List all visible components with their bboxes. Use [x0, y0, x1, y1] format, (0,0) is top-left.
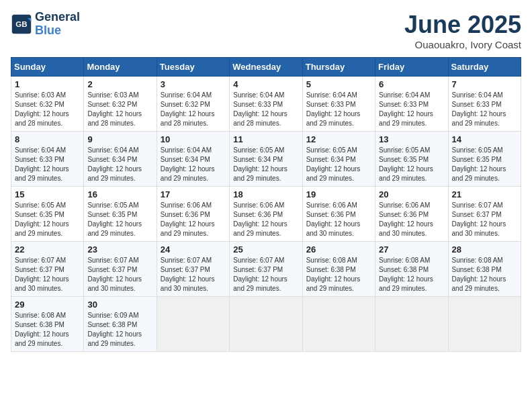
svg-text:GB: GB	[15, 19, 27, 28]
day-number: 4	[233, 79, 298, 89]
day-info: Sunrise: 6:08 AMSunset: 6:38 PMDaylight:…	[379, 256, 444, 293]
location: Ouaouakro, Ivory Coast	[404, 39, 521, 50]
calendar-week-row: 22Sunrise: 6:07 AMSunset: 6:37 PMDayligh…	[11, 242, 521, 297]
calendar-day-cell: 9Sunrise: 6:04 AMSunset: 6:34 PMDaylight…	[84, 132, 157, 187]
calendar-day-cell: 8Sunrise: 6:04 AMSunset: 6:33 PMDaylight…	[11, 132, 84, 187]
day-number: 16	[87, 189, 152, 199]
calendar-day-cell: 22Sunrise: 6:07 AMSunset: 6:37 PMDayligh…	[11, 242, 84, 297]
calendar-day-cell: 1Sunrise: 6:03 AMSunset: 6:32 PMDaylight…	[11, 77, 84, 132]
calendar-day-cell: 11Sunrise: 6:05 AMSunset: 6:34 PMDayligh…	[230, 132, 302, 187]
logo: GB GeneralBlue	[11, 11, 80, 38]
weekday-header-cell: Saturday	[448, 58, 521, 77]
day-info: Sunrise: 6:04 AMSunset: 6:34 PMDaylight:…	[161, 146, 226, 183]
day-info: Sunrise: 6:05 AMSunset: 6:34 PMDaylight:…	[233, 146, 298, 183]
calendar-header-row: SundayMondayTuesdayWednesdayThursdayFrid…	[11, 58, 521, 77]
calendar-day-cell: 21Sunrise: 6:07 AMSunset: 6:37 PMDayligh…	[448, 187, 521, 242]
day-number: 13	[379, 134, 444, 144]
day-number: 6	[379, 79, 444, 89]
logo-icon: GB	[11, 13, 32, 35]
day-info: Sunrise: 6:04 AMSunset: 6:32 PMDaylight:…	[161, 91, 226, 128]
calendar-week-row: 1Sunrise: 6:03 AMSunset: 6:32 PMDaylight…	[11, 77, 521, 132]
day-info: Sunrise: 6:05 AMSunset: 6:34 PMDaylight:…	[306, 146, 371, 183]
day-info: Sunrise: 6:05 AMSunset: 6:35 PMDaylight:…	[87, 201, 152, 238]
day-number: 26	[306, 244, 371, 255]
calendar-day-cell: 28Sunrise: 6:08 AMSunset: 6:38 PMDayligh…	[448, 242, 521, 297]
day-info: Sunrise: 6:03 AMSunset: 6:32 PMDaylight:…	[87, 91, 152, 128]
calendar-table: SundayMondayTuesdayWednesdayThursdayFrid…	[11, 57, 521, 352]
weekday-header-cell: Tuesday	[157, 58, 229, 77]
weekday-header-cell: Friday	[375, 58, 448, 77]
day-number: 14	[452, 134, 517, 144]
day-number: 8	[15, 134, 80, 144]
calendar-day-cell: 4Sunrise: 6:04 AMSunset: 6:33 PMDaylight…	[230, 77, 302, 132]
day-info: Sunrise: 6:07 AMSunset: 6:37 PMDaylight:…	[15, 256, 80, 293]
calendar-day-cell: 6Sunrise: 6:04 AMSunset: 6:33 PMDaylight…	[375, 77, 448, 132]
day-info: Sunrise: 6:07 AMSunset: 6:37 PMDaylight:…	[87, 256, 152, 293]
day-info: Sunrise: 6:04 AMSunset: 6:33 PMDaylight:…	[306, 91, 371, 128]
calendar-week-row: 15Sunrise: 6:05 AMSunset: 6:35 PMDayligh…	[11, 187, 521, 242]
calendar-day-cell: 3Sunrise: 6:04 AMSunset: 6:32 PMDaylight…	[157, 77, 229, 132]
calendar-day-cell	[302, 297, 375, 352]
day-number: 25	[233, 244, 298, 255]
weekday-header-cell: Wednesday	[230, 58, 302, 77]
day-info: Sunrise: 6:06 AMSunset: 6:36 PMDaylight:…	[379, 201, 444, 238]
calendar-day-cell: 23Sunrise: 6:07 AMSunset: 6:37 PMDayligh…	[84, 242, 157, 297]
calendar-body: 1Sunrise: 6:03 AMSunset: 6:32 PMDaylight…	[11, 77, 521, 352]
day-info: Sunrise: 6:04 AMSunset: 6:33 PMDaylight:…	[233, 91, 298, 128]
calendar-day-cell: 24Sunrise: 6:07 AMSunset: 6:37 PMDayligh…	[157, 242, 229, 297]
calendar-day-cell: 13Sunrise: 6:05 AMSunset: 6:35 PMDayligh…	[375, 132, 448, 187]
day-number: 1	[15, 79, 80, 89]
day-info: Sunrise: 6:05 AMSunset: 6:35 PMDaylight:…	[452, 146, 517, 183]
calendar-day-cell: 27Sunrise: 6:08 AMSunset: 6:38 PMDayligh…	[375, 242, 448, 297]
calendar-day-cell: 18Sunrise: 6:06 AMSunset: 6:36 PMDayligh…	[230, 187, 302, 242]
day-number: 30	[87, 300, 152, 310]
day-info: Sunrise: 6:06 AMSunset: 6:36 PMDaylight:…	[161, 201, 226, 238]
weekday-header-cell: Sunday	[11, 58, 84, 77]
day-info: Sunrise: 6:09 AMSunset: 6:38 PMDaylight:…	[87, 311, 152, 349]
day-number: 21	[452, 189, 517, 199]
day-number: 28	[452, 244, 517, 255]
day-number: 22	[15, 244, 80, 255]
day-info: Sunrise: 6:05 AMSunset: 6:35 PMDaylight:…	[379, 146, 444, 183]
month-title: June 2025	[404, 11, 521, 39]
day-number: 17	[161, 189, 226, 199]
calendar-day-cell: 7Sunrise: 6:04 AMSunset: 6:33 PMDaylight…	[448, 77, 521, 132]
calendar-day-cell: 17Sunrise: 6:06 AMSunset: 6:36 PMDayligh…	[157, 187, 229, 242]
weekday-header-cell: Monday	[84, 58, 157, 77]
day-info: Sunrise: 6:08 AMSunset: 6:38 PMDaylight:…	[452, 256, 517, 293]
calendar-day-cell	[448, 297, 521, 352]
day-number: 24	[161, 244, 226, 255]
day-info: Sunrise: 6:06 AMSunset: 6:36 PMDaylight:…	[233, 201, 298, 238]
calendar-day-cell: 20Sunrise: 6:06 AMSunset: 6:36 PMDayligh…	[375, 187, 448, 242]
calendar-day-cell: 30Sunrise: 6:09 AMSunset: 6:38 PMDayligh…	[84, 297, 157, 352]
day-info: Sunrise: 6:04 AMSunset: 6:34 PMDaylight:…	[87, 146, 152, 183]
calendar-day-cell: 10Sunrise: 6:04 AMSunset: 6:34 PMDayligh…	[157, 132, 229, 187]
day-number: 29	[15, 300, 80, 310]
day-number: 11	[233, 134, 298, 144]
calendar-day-cell: 5Sunrise: 6:04 AMSunset: 6:33 PMDaylight…	[302, 77, 375, 132]
day-number: 3	[161, 79, 226, 89]
calendar-day-cell	[230, 297, 302, 352]
day-info: Sunrise: 6:06 AMSunset: 6:36 PMDaylight:…	[306, 201, 371, 238]
calendar-day-cell: 29Sunrise: 6:08 AMSunset: 6:38 PMDayligh…	[11, 297, 84, 352]
calendar-day-cell: 25Sunrise: 6:07 AMSunset: 6:37 PMDayligh…	[230, 242, 302, 297]
title-block: June 2025 Ouaouakro, Ivory Coast	[404, 11, 521, 50]
logo-text: GeneralBlue	[35, 11, 80, 38]
calendar-day-cell: 16Sunrise: 6:05 AMSunset: 6:35 PMDayligh…	[84, 187, 157, 242]
day-info: Sunrise: 6:07 AMSunset: 6:37 PMDaylight:…	[233, 256, 298, 293]
page-header: GB GeneralBlue June 2025 Ouaouakro, Ivor…	[11, 11, 521, 50]
day-number: 15	[15, 189, 80, 199]
day-number: 20	[379, 189, 444, 199]
calendar-day-cell: 14Sunrise: 6:05 AMSunset: 6:35 PMDayligh…	[448, 132, 521, 187]
calendar-day-cell: 19Sunrise: 6:06 AMSunset: 6:36 PMDayligh…	[302, 187, 375, 242]
day-number: 10	[161, 134, 226, 144]
day-number: 9	[87, 134, 152, 144]
day-info: Sunrise: 6:07 AMSunset: 6:37 PMDaylight:…	[452, 201, 517, 238]
calendar-day-cell: 2Sunrise: 6:03 AMSunset: 6:32 PMDaylight…	[84, 77, 157, 132]
day-number: 27	[379, 244, 444, 255]
calendar-week-row: 29Sunrise: 6:08 AMSunset: 6:38 PMDayligh…	[11, 297, 521, 352]
calendar-day-cell: 12Sunrise: 6:05 AMSunset: 6:34 PMDayligh…	[302, 132, 375, 187]
day-number: 23	[87, 244, 152, 255]
day-info: Sunrise: 6:04 AMSunset: 6:33 PMDaylight:…	[379, 91, 444, 128]
day-number: 2	[87, 79, 152, 89]
